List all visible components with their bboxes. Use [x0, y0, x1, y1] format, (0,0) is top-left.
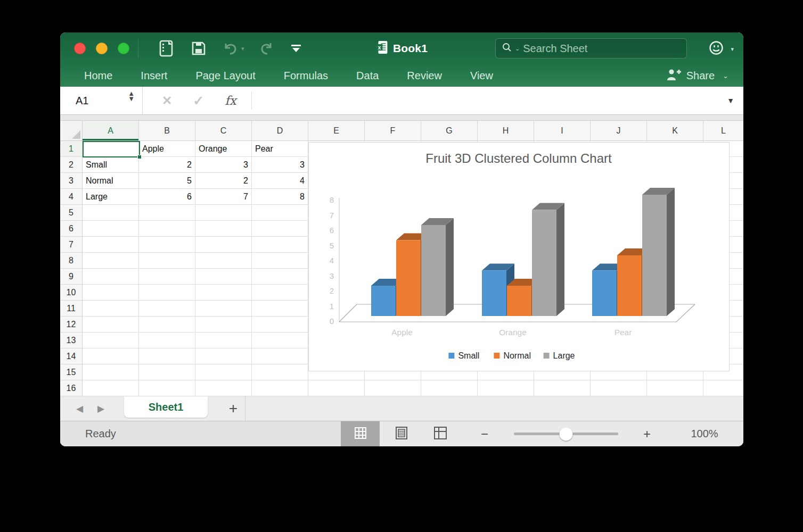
cell-A12[interactable] — [83, 317, 139, 332]
cell-J16[interactable] — [591, 380, 647, 396]
select-all-corner[interactable] — [60, 121, 83, 141]
cell-A16[interactable] — [83, 380, 139, 396]
cell-L16[interactable] — [703, 380, 743, 396]
cell-D11[interactable] — [252, 301, 308, 317]
row-header-16[interactable]: 16 — [60, 380, 83, 396]
column-header-E[interactable]: E — [308, 121, 365, 141]
row-header-1[interactable]: 1 — [60, 141, 83, 157]
cell-B14[interactable] — [139, 348, 195, 364]
cell-C7[interactable] — [195, 237, 252, 253]
tab-data[interactable]: Data — [356, 70, 379, 82]
cell-A5[interactable] — [83, 205, 139, 221]
zoom-out-button[interactable]: − — [481, 421, 488, 446]
cell-B11[interactable] — [139, 301, 195, 317]
cell-C8[interactable] — [195, 253, 252, 269]
tab-formulas[interactable]: Formulas — [284, 70, 328, 82]
cell-H16[interactable] — [478, 380, 534, 396]
column-header-H[interactable]: H — [478, 121, 534, 141]
row-header-13[interactable]: 13 — [60, 332, 83, 348]
cell-B2[interactable]: 2 — [139, 157, 195, 173]
add-sheet-button[interactable]: + — [222, 396, 245, 421]
cell-A9[interactable] — [83, 269, 139, 285]
row-header-4[interactable]: 4 — [60, 189, 83, 205]
cell-B12[interactable] — [139, 317, 195, 332]
cell-B6[interactable] — [139, 221, 195, 237]
cell-A3[interactable]: Normal — [83, 173, 139, 189]
normal-view-button[interactable] — [341, 421, 380, 446]
cell-C1[interactable]: Orange — [195, 141, 252, 157]
tab-view[interactable]: View — [470, 70, 493, 82]
tab-insert[interactable]: Insert — [141, 70, 167, 82]
name-box-stepper[interactable]: ▲▼ — [128, 91, 135, 102]
cell-A6[interactable] — [83, 221, 139, 237]
cell-C10[interactable] — [195, 285, 252, 301]
cell-A4[interactable]: Large — [83, 189, 139, 205]
cell-B4[interactable]: 6 — [139, 189, 195, 205]
cell-I16[interactable] — [534, 380, 591, 396]
row-header-6[interactable]: 6 — [60, 221, 83, 237]
cell-K16[interactable] — [647, 380, 703, 396]
column-header-G[interactable]: G — [421, 121, 478, 141]
cell-C12[interactable] — [195, 317, 252, 332]
prev-sheet-arrow[interactable]: ◀ — [76, 403, 83, 414]
cancel-icon[interactable]: ✕ — [162, 94, 172, 108]
cell-D13[interactable] — [252, 332, 308, 348]
row-header-12[interactable]: 12 — [60, 317, 83, 332]
row-header-8[interactable]: 8 — [60, 253, 83, 269]
zoom-slider[interactable] — [514, 433, 618, 435]
cell-C13[interactable] — [195, 332, 252, 348]
insert-function-icon[interactable]: fx — [225, 94, 236, 107]
close-button[interactable] — [74, 43, 86, 54]
column-header-B[interactable]: B — [139, 121, 195, 141]
cell-D7[interactable] — [252, 237, 308, 253]
cell-B7[interactable] — [139, 237, 195, 253]
cell-B1[interactable]: Apple — [139, 141, 195, 157]
cell-B13[interactable] — [139, 332, 195, 348]
minimize-button[interactable] — [96, 43, 108, 54]
cell-D8[interactable] — [252, 253, 308, 269]
zoom-button[interactable] — [118, 43, 129, 54]
cell-B10[interactable] — [139, 285, 195, 301]
column-header-C[interactable]: C — [195, 121, 252, 141]
next-sheet-arrow[interactable]: ▶ — [97, 403, 104, 414]
row-header-10[interactable]: 10 — [60, 285, 83, 301]
cell-D3[interactable]: 4 — [252, 173, 308, 189]
cell-C2[interactable]: 3 — [195, 157, 252, 173]
column-header-I[interactable]: I — [534, 121, 591, 141]
search-scope-caret[interactable]: ⌄ — [515, 45, 520, 52]
share-button[interactable]: Share ⌄ — [666, 64, 728, 87]
cell-D12[interactable] — [252, 317, 308, 332]
cell-D6[interactable] — [252, 221, 308, 237]
cell-D4[interactable]: 8 — [252, 189, 308, 205]
column-header-A[interactable]: A — [83, 121, 139, 141]
tab-review[interactable]: Review — [407, 70, 442, 82]
column-header-D[interactable]: D — [252, 121, 308, 141]
cell-D2[interactable]: 3 — [252, 157, 308, 173]
cell-F16[interactable] — [365, 380, 421, 396]
cell-C4[interactable]: 7 — [195, 189, 252, 205]
cell-A13[interactable] — [83, 332, 139, 348]
cell-G16[interactable] — [421, 380, 478, 396]
cell-A11[interactable] — [83, 301, 139, 317]
sheet-tab-sheet1[interactable]: Sheet1 — [124, 396, 208, 418]
chart[interactable]: Fruit 3D Clustered Column Chart012345678… — [308, 142, 730, 371]
column-header-J[interactable]: J — [591, 121, 647, 141]
cell-D5[interactable] — [252, 205, 308, 221]
page-layout-view-button[interactable] — [382, 421, 421, 446]
zoom-in-button[interactable]: + — [643, 421, 651, 446]
tab-home[interactable]: Home — [84, 70, 112, 82]
cell-A8[interactable] — [83, 253, 139, 269]
row-header-2[interactable]: 2 — [60, 157, 83, 173]
column-header-K[interactable]: K — [647, 121, 703, 141]
undo-icon[interactable]: ▾ — [222, 41, 244, 55]
cell-B5[interactable] — [139, 205, 195, 221]
row-header-3[interactable]: 3 — [60, 173, 83, 189]
formula-input[interactable] — [252, 87, 727, 114]
save-icon[interactable] — [191, 41, 206, 56]
name-box[interactable]: A1 ▲▼ — [60, 87, 143, 114]
enter-icon[interactable]: ✓ — [193, 93, 204, 109]
row-header-7[interactable]: 7 — [60, 237, 83, 253]
cell-A15[interactable] — [83, 364, 139, 380]
cell-C6[interactable] — [195, 221, 252, 237]
tab-page-layout[interactable]: Page Layout — [195, 70, 255, 82]
